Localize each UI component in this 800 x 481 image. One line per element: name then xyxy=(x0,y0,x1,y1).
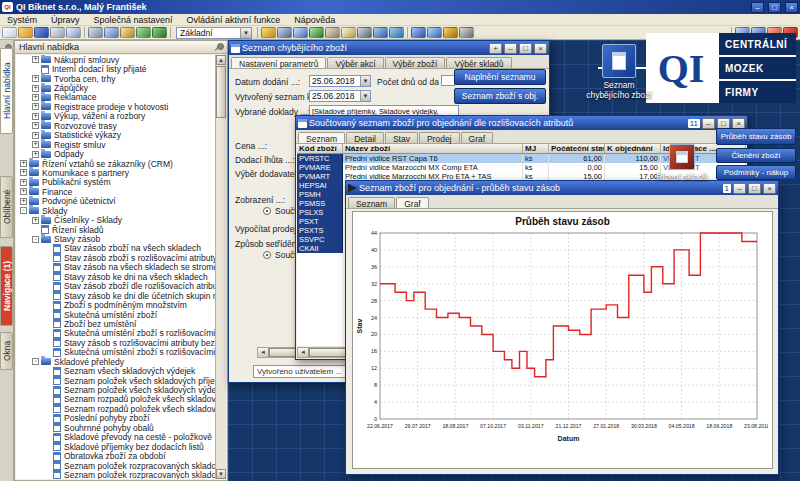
menu-item-ovl-d-n-aktivn-funkce[interactable]: Ovládání aktivní funkce xyxy=(180,15,288,25)
redo-icon[interactable] xyxy=(152,27,167,38)
cut-icon[interactable] xyxy=(88,27,103,38)
tree-item[interactable]: Poslední pohyby zboží xyxy=(16,414,215,423)
tree-item[interactable]: Stav zásob zboží na všech skladech xyxy=(16,244,215,253)
window-titlebar[interactable]: Seznam zboží pro objednání - průběh stav… xyxy=(346,181,778,195)
calculator-icon[interactable] xyxy=(357,27,372,38)
tree-item[interactable]: +Odpady xyxy=(16,149,215,158)
tree-item[interactable]: +Zápůjčky xyxy=(16,83,215,92)
new-document-icon[interactable] xyxy=(2,27,17,38)
collapse-icon[interactable]: - xyxy=(32,358,39,365)
window-maximize-button[interactable]: □ xyxy=(717,118,730,129)
warehouse-management-icon[interactable] xyxy=(669,144,695,170)
expand-icon[interactable]: + xyxy=(32,75,39,82)
column-header[interactable]: Počáteční stav xyxy=(549,144,605,153)
tree-item[interactable]: +Výkup, vážení a rozbory xyxy=(16,112,215,121)
tree-item[interactable]: -Stavy zásob xyxy=(16,234,215,243)
expand-icon[interactable]: + xyxy=(20,188,27,195)
tree-item[interactable]: -Sklady xyxy=(16,206,215,215)
window-minimize-button[interactable]: – xyxy=(733,183,746,194)
shortcut-label[interactable]: Seznam chybějícího zboží xyxy=(583,80,655,100)
menu-item-syst-m[interactable]: Systém xyxy=(0,15,44,25)
tree-item[interactable]: Seznam položek všech skladových příjemek xyxy=(16,376,215,385)
tab-detail[interactable]: Detail xyxy=(346,132,384,143)
chevron-down-icon[interactable]: ▼ xyxy=(240,28,251,38)
print-icon[interactable] xyxy=(50,27,65,38)
missing-goods-icon[interactable] xyxy=(602,44,636,78)
find-icon[interactable] xyxy=(293,27,308,38)
info-icon[interactable] xyxy=(427,27,442,38)
window-maximize-button[interactable]: □ xyxy=(748,183,761,194)
expand-icon[interactable]: + xyxy=(32,217,39,224)
tab-v-b-r-sklad-[interactable]: Výběr skladů xyxy=(446,57,511,68)
tab-stav[interactable]: Stav xyxy=(385,132,418,143)
tree-item[interactable]: Zboží s podmíněným množstvím xyxy=(16,300,215,309)
tree-item[interactable]: Interní dodací listy přijaté xyxy=(16,64,215,73)
tree-item[interactable]: Skutečná umístění zboží s rozlišovacími … xyxy=(16,329,215,338)
expand-icon[interactable]: + xyxy=(32,94,39,101)
shortcut-rizeni-skladu[interactable]: Řízení skladů xyxy=(650,144,714,182)
menu-item-n-pov-da[interactable]: Nápověda xyxy=(287,15,342,25)
tree-item[interactable]: +Publikační systém xyxy=(16,178,215,187)
app-minimize-button[interactable]: – xyxy=(751,2,764,13)
tree-item[interactable]: +Číselníky - Sklady xyxy=(16,215,215,224)
tree-item[interactable]: +Finance xyxy=(16,187,215,196)
tree-item[interactable]: +Registr smluv xyxy=(16,140,215,149)
expand-icon[interactable]: + xyxy=(32,151,39,158)
tree-item[interactable]: Zboží bez umístění xyxy=(16,319,215,328)
window-close-button[interactable]: × xyxy=(763,183,776,194)
window-close-button[interactable]: × xyxy=(732,118,745,129)
tree-item[interactable]: +Tvorba cen, trhy xyxy=(16,74,215,83)
expand-icon[interactable]: + xyxy=(32,56,39,63)
shortcut-label[interactable]: Řízení skladů xyxy=(650,172,714,182)
help-icon[interactable] xyxy=(411,27,426,38)
tree-item[interactable]: Stav zásob na všech skladech se stromem … xyxy=(16,263,215,272)
tab-nastaven-parametr-[interactable]: Nastavení parametrů xyxy=(231,57,326,68)
expand-icon[interactable]: + xyxy=(32,141,39,148)
tab-v-b-r-zbo-[interactable]: Výběr zboží xyxy=(385,57,446,68)
window-titlebar[interactable]: Seznam chybějícího zboží + – □ × xyxy=(229,41,549,55)
tree-item[interactable]: Seznam všech skladových výdejek xyxy=(16,366,215,375)
expand-icon[interactable]: + xyxy=(20,160,27,167)
button-seznam-zbo-s-obj-[interactable]: Seznam zboží s obj. xyxy=(454,88,546,104)
tree-item[interactable]: Seznam položek rozpracovaných skladových… xyxy=(16,461,215,470)
tree-scrollbar[interactable]: ▲ ▼ xyxy=(215,55,226,479)
tree-item[interactable]: +Komunikace s partnery xyxy=(16,168,215,177)
shortcut-seznam-chybejiciho-zbozi[interactable]: Seznam chybějícího zboží xyxy=(583,44,655,100)
tree-item[interactable]: Skutečná umístění zboží xyxy=(16,310,215,319)
scroll-thumb[interactable] xyxy=(216,66,226,118)
tree-item[interactable]: Seznam rozpadů položek všech skladových … xyxy=(16,404,215,413)
side-tab-navigace-1-[interactable]: Navigace (1) xyxy=(0,246,13,326)
app-maximize-button[interactable]: □ xyxy=(768,2,781,13)
tree-item[interactable]: Seznam položek rozpracovaných skladových… xyxy=(16,470,215,479)
scroll-up-icon[interactable]: ▲ xyxy=(216,55,226,65)
expand-icon[interactable]: + xyxy=(32,113,39,120)
tree-item[interactable]: Skladové převody na cestě - položkově xyxy=(16,433,215,442)
tree-item[interactable]: Stavy zásob ke dni na všech skladech xyxy=(16,272,215,281)
button-napln-n-seznamu[interactable]: Naplnění seznamu xyxy=(454,69,546,85)
window-minimize-button[interactable]: – xyxy=(702,118,715,129)
tree-item[interactable]: Stav zásob zboží s rozlišovacími atribut… xyxy=(16,253,215,262)
sort-icon[interactable] xyxy=(277,27,292,38)
scroll-left-icon[interactable]: ◄ xyxy=(258,348,269,357)
tree-item[interactable]: +Reklamace xyxy=(16,93,215,102)
view-select[interactable]: Základní▼ xyxy=(176,27,252,39)
radio-button[interactable] xyxy=(263,207,271,215)
mail-icon[interactable] xyxy=(341,27,356,38)
expand-icon[interactable]: + xyxy=(32,85,39,92)
tab-v-b-r-akc-[interactable]: Výběr akcí xyxy=(327,57,383,68)
tree-item[interactable]: +Podvojné účetnictví xyxy=(16,197,215,206)
tree-item[interactable]: Seznam rozpadů položek všech skladových … xyxy=(16,395,215,404)
tab-graf[interactable]: Graf xyxy=(461,132,494,143)
tree-item[interactable]: Souhrnné pohyby obalů xyxy=(16,423,215,432)
print-preview-icon[interactable] xyxy=(66,27,81,38)
tab-seznam[interactable]: Seznam xyxy=(348,197,395,208)
menu-item-spole-n-nastaven-[interactable]: Společná nastavení xyxy=(87,15,180,25)
side-tab-hlavn-nab-dka[interactable]: Hlavní nabídka xyxy=(0,48,13,134)
globe-icon[interactable] xyxy=(389,27,404,38)
radio-button[interactable] xyxy=(263,251,271,259)
pin-icon[interactable] xyxy=(215,43,223,51)
expand-icon[interactable]: + xyxy=(20,198,27,205)
collapse-icon[interactable]: - xyxy=(20,207,27,214)
lock-icon[interactable] xyxy=(443,27,458,38)
tree-item[interactable]: +Nákupní smlouvy xyxy=(16,55,215,64)
